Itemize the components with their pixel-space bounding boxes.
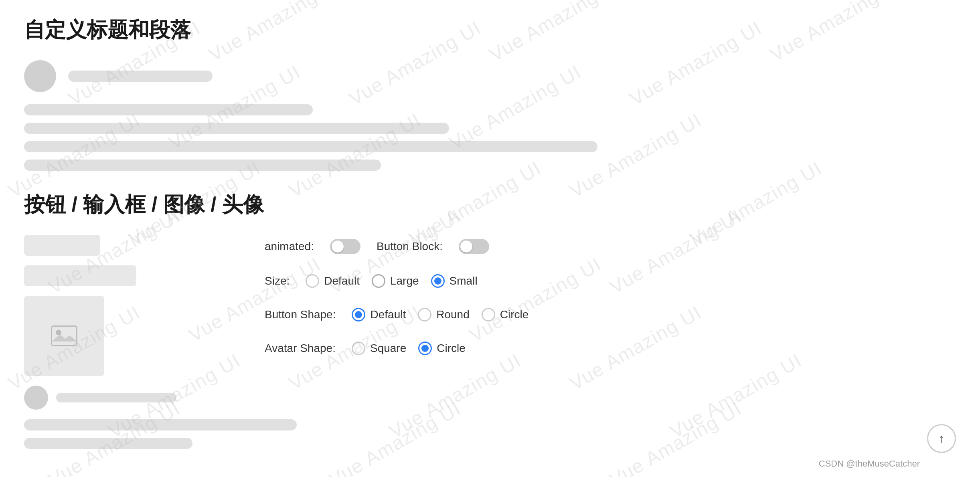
button-shape-label: Button Shape:	[265, 308, 336, 321]
skeleton-name-line	[56, 393, 176, 402]
avatar-label-square: Square	[370, 342, 406, 355]
image-placeholder-icon	[50, 324, 78, 348]
avatar-radio-square	[352, 342, 365, 355]
size-label-large: Large	[390, 275, 419, 287]
page-content: 自定义标题和段落 按钮 / 输入框 / 图像 / 头像	[0, 0, 980, 472]
animated-label: animated:	[265, 240, 314, 253]
skeleton-bottom-1	[24, 419, 297, 431]
avatar-small-row	[24, 386, 233, 410]
button-block-toggle[interactable]	[459, 239, 489, 254]
button-block-label: Button Block:	[377, 240, 443, 253]
avatar-label-circle: Circle	[437, 342, 466, 355]
skeleton-image	[24, 296, 104, 376]
right-column: animated: Button Block: Size:	[265, 235, 956, 375]
svg-point-1	[56, 330, 61, 336]
animated-toggle-knob	[332, 241, 344, 253]
skeleton-line-4	[24, 160, 381, 171]
size-label: Size:	[265, 275, 290, 287]
size-radio-default	[306, 274, 319, 288]
shape-option-circle[interactable]: Circle	[482, 308, 529, 321]
shape-label-round: Round	[436, 308, 470, 321]
size-option-large[interactable]: Large	[372, 274, 419, 288]
button-block-toggle-knob	[460, 241, 472, 253]
size-option-small[interactable]: Small	[431, 274, 478, 288]
two-col-layout: animated: Button Block: Size:	[24, 235, 956, 456]
section1-title: 自定义标题和段落	[24, 16, 956, 44]
section2: 按钮 / 输入框 / 图像 / 头像	[24, 191, 956, 456]
avatar-shape-label: Avatar Shape:	[265, 342, 336, 355]
section2-title: 按钮 / 输入框 / 图像 / 头像	[24, 191, 956, 219]
avatar-shape-radio-group: Square Circle	[352, 342, 466, 355]
animated-row: animated: Button Block:	[265, 239, 956, 254]
size-label-small: Small	[450, 275, 478, 287]
skeleton-line-2	[24, 123, 449, 134]
avatar-option-circle[interactable]: Circle	[418, 342, 466, 355]
shape-radio-round	[418, 308, 431, 321]
avatar-radio-circle	[418, 342, 432, 355]
skeleton-line-short	[68, 71, 213, 82]
skeleton-input	[24, 265, 136, 286]
button-shape-row: Button Shape: Default Round Circle	[265, 308, 956, 321]
button-shape-radio-group: Default Round Circle	[352, 308, 528, 321]
scroll-to-top-button[interactable]: ↑	[927, 424, 956, 453]
animated-toggle[interactable]	[330, 239, 360, 254]
size-label-default: Default	[324, 275, 360, 287]
shape-label-default: Default	[370, 308, 406, 321]
skeleton-avatar-small	[24, 386, 48, 410]
size-radio-large	[372, 274, 385, 288]
skeleton-button	[24, 235, 100, 256]
skeleton-avatar	[24, 60, 56, 92]
size-row: Size: Default Large Small	[265, 274, 956, 288]
shape-label-circle: Circle	[500, 308, 529, 321]
avatar-row	[24, 60, 956, 92]
avatar-option-square[interactable]: Square	[352, 342, 406, 355]
shape-option-round[interactable]: Round	[418, 308, 470, 321]
skeleton-line-3	[24, 141, 597, 152]
shape-option-default[interactable]: Default	[352, 308, 406, 321]
scroll-top-icon: ↑	[938, 431, 945, 446]
svg-rect-0	[52, 326, 77, 346]
size-radio-group: Default Large Small	[306, 274, 477, 288]
csdn-label: CSDN @theMuseCatcher	[819, 459, 920, 469]
size-option-default[interactable]: Default	[306, 274, 360, 288]
avatar-shape-row: Avatar Shape: Square Circle	[265, 342, 956, 355]
left-column	[24, 235, 233, 456]
size-radio-small	[431, 274, 445, 288]
shape-radio-default	[352, 308, 365, 321]
shape-radio-circle	[482, 308, 495, 321]
skeleton-bottom-2	[24, 438, 192, 449]
skeleton-line-1	[24, 104, 313, 115]
